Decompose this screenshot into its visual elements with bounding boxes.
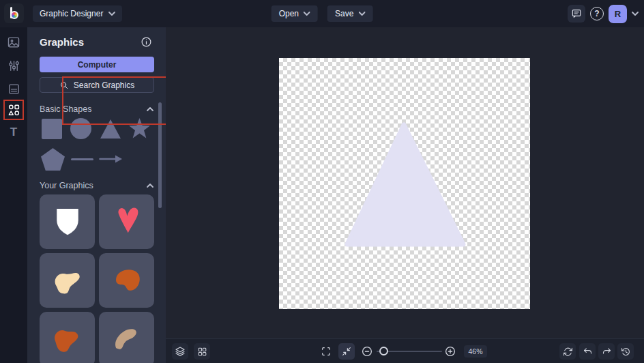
plus-circle-icon — [444, 345, 456, 358]
history-button[interactable] — [617, 343, 634, 360]
account-avatar[interactable]: R — [609, 5, 627, 23]
chevron-up-icon — [147, 184, 153, 188]
minus-circle-icon — [361, 345, 373, 358]
help-button[interactable]: ? — [590, 7, 604, 20]
account-chevron-down-icon[interactable] — [632, 12, 639, 16]
app-switcher-label: Graphic Designer — [40, 9, 103, 18]
top-bar: Graphic Designer Open Save ? R — [0, 0, 644, 27]
open-label: Open — [279, 9, 299, 18]
panel-title: Graphics — [40, 36, 84, 48]
section-your-graphics-header[interactable]: Your Graphics — [40, 180, 153, 191]
fullscreen-button[interactable] — [318, 343, 334, 360]
app-switcher-dropdown[interactable]: Graphic Designer — [33, 5, 122, 22]
layers-button[interactable] — [172, 343, 188, 360]
shield-graphic — [49, 203, 86, 240]
tan-bean-graphic — [107, 319, 147, 359]
logo-color-wheel-icon — [10, 11, 18, 19]
topbar-center-actions: Open Save — [272, 5, 373, 22]
grid-view-button[interactable] — [194, 343, 210, 360]
search-button-label: Search Graphics — [74, 81, 134, 90]
graphic-tile-orange-bean[interactable] — [99, 253, 154, 308]
tool-templates[interactable] — [5, 81, 22, 97]
graphics-shapes-icon — [7, 103, 20, 117]
fullscreen-icon — [321, 346, 332, 357]
shape-pentagon[interactable] — [40, 147, 66, 171]
graphic-tile-orange-blob[interactable] — [40, 312, 95, 363]
info-button[interactable] — [141, 36, 152, 50]
save-label: Save — [335, 9, 353, 18]
graphic-designer-app: Graphic Designer Open Save ? R — [0, 0, 644, 363]
reset-button[interactable] — [559, 343, 576, 360]
search-graphics-button[interactable]: Search Graphics — [40, 77, 154, 93]
redo-button[interactable] — [598, 343, 615, 360]
orange-blob-graphic — [48, 319, 87, 359]
graphic-tile-shield[interactable] — [40, 194, 95, 249]
open-button[interactable]: Open — [272, 5, 318, 22]
redo-icon — [602, 347, 612, 357]
shape-line[interactable] — [71, 158, 93, 160]
graphic-tile-cream-blob[interactable] — [40, 253, 95, 308]
shape-arrow[interactable] — [99, 155, 123, 163]
basic-shapes-label: Basic Shapes — [40, 104, 91, 114]
sync-icon — [563, 347, 573, 357]
save-button[interactable]: Save — [327, 5, 372, 22]
computer-upload-button[interactable]: Computer — [40, 57, 154, 72]
search-icon — [59, 81, 69, 90]
befunky-logo[interactable] — [4, 3, 24, 23]
triangle-layer[interactable] — [279, 58, 530, 309]
templates-icon — [8, 83, 20, 96]
section-basic-shapes-header[interactable]: Basic Shapes — [40, 104, 153, 115]
shape-star[interactable] — [128, 118, 151, 139]
sliders-icon — [8, 59, 20, 72]
zoom-in-button[interactable] — [442, 343, 458, 360]
chevron-down-icon — [108, 12, 115, 16]
zoom-level-badge[interactable]: 46% — [464, 345, 487, 358]
shape-triangle[interactable] — [100, 119, 121, 139]
topbar-right-actions: ? R — [568, 0, 639, 27]
shape-circle[interactable] — [70, 118, 91, 139]
fit-to-screen-button[interactable] — [338, 343, 355, 360]
cream-blob-graphic — [48, 261, 87, 300]
history-icon — [621, 347, 631, 357]
tool-image-manager[interactable] — [5, 34, 22, 50]
image-icon — [7, 35, 20, 49]
info-icon — [141, 36, 152, 48]
chevron-down-icon — [358, 12, 365, 16]
zoom-slider-handle[interactable] — [379, 347, 388, 355]
feedback-button[interactable] — [568, 5, 585, 23]
computer-button-label: Computer — [78, 60, 117, 70]
orange-bean-graphic — [107, 261, 147, 300]
undo-button[interactable] — [579, 343, 596, 360]
undo-icon — [583, 347, 593, 357]
your-graphics-label: Your Graphics — [40, 181, 93, 190]
zoom-out-button[interactable] — [359, 343, 375, 360]
bottom-toolbar: 46% — [166, 338, 644, 363]
help-icon: ? — [594, 9, 599, 18]
chevron-up-icon — [147, 107, 153, 111]
tool-graphics[interactable] — [5, 102, 22, 118]
zoom-slider[interactable] — [377, 351, 442, 352]
avatar-initial: R — [615, 9, 621, 19]
tool-edit-adjust[interactable] — [5, 57, 22, 74]
tool-text[interactable]: T — [5, 124, 22, 140]
chevron-down-icon — [304, 12, 310, 16]
canvas-workspace — [166, 27, 644, 338]
layers-icon — [175, 346, 186, 357]
tool-rail: T — [0, 27, 27, 363]
fit-screen-icon — [341, 346, 352, 357]
grid-icon — [197, 347, 207, 357]
shape-square[interactable] — [42, 119, 62, 139]
graphics-panel: Graphics Computer Search Graphics Basic … — [27, 27, 166, 363]
chat-icon — [571, 8, 582, 19]
panel-scrollbar[interactable] — [158, 102, 162, 208]
text-tool-icon: T — [10, 126, 17, 138]
design-canvas[interactable] — [279, 58, 530, 309]
heart-graphic — [108, 203, 146, 241]
graphic-tile-heart[interactable] — [99, 194, 154, 249]
graphic-tile-tan-bean[interactable] — [99, 312, 154, 363]
zoom-level-value: 46% — [468, 347, 482, 355]
